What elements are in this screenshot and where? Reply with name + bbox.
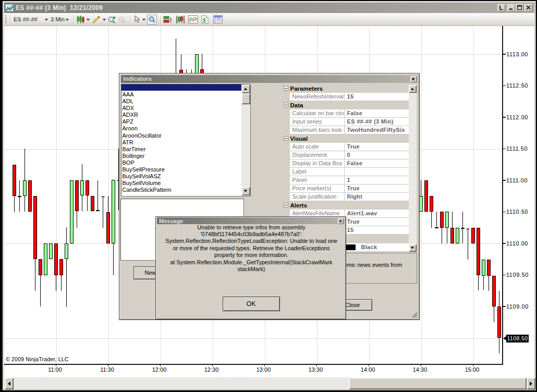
svg-text:$: $ xyxy=(203,18,206,23)
